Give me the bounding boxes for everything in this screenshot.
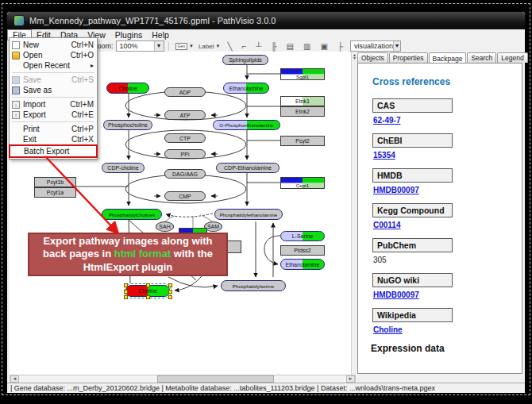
scrollbar-thumb[interactable] [157,375,274,383]
pathway-node-ppi[interactable]: PPi [164,149,206,159]
chevron-down-icon[interactable]: ▼ [216,44,221,48]
node-label: Ptdss2 [281,246,324,255]
node-label: SAH [156,222,173,231]
pathway-node-cept1[interactable]: Cept1 [280,177,325,189]
selection-handle[interactable] [146,283,150,287]
pathway-node-pcyt1b[interactable]: Pcyt1b [34,177,76,187]
pathway-node-phosphatidylcholines[interactable]: Phosphatidylcholines [102,209,162,220]
pathway-node-sphingolipids[interactable]: Sphingolipids [222,55,268,65]
pathway-node-adp[interactable]: ADP [164,87,206,97]
pathway-node-phosphocholine[interactable]: Phosphocholine [103,120,152,130]
xref-value: Choline [373,325,522,334]
node-label: Phosphatidylethanolamine [215,210,282,219]
selection-handle[interactable] [124,295,128,299]
tab-search[interactable]: Search [467,52,496,63]
pathway-node-sah[interactable]: SAH [156,221,174,232]
stack-rows-icon[interactable]: ▤ [287,42,294,51]
selection-handle[interactable] [168,290,172,294]
tab-backpage[interactable]: Backpage [429,52,467,63]
file-menu-item-batch-export[interactable]: Batch Export [10,146,96,156]
align-left-icon[interactable]: ├ [337,42,343,51]
selection-handle[interactable] [168,283,172,287]
pathway-node-sgpl1[interactable]: Sgpl1 [280,68,325,80]
chevron-down-icon[interactable]: ▼ [393,41,400,51]
xref-section-kegg-compound: Kegg CompoundC00114 [372,203,522,229]
pathway-node-etnk2[interactable]: Etnk2 [280,106,325,117]
align-center-x-icon[interactable]: ┴ [256,42,261,51]
pathway-node-dag-aag[interactable]: DAG/AAG [164,169,206,179]
node-label: SAM [205,222,222,231]
node-label: O-Phosphoethanolamine [214,121,279,129]
label-tool-button[interactable]: Label ▼ [199,43,221,50]
line-tool-icon[interactable]: ╲ [227,42,232,51]
chevron-down-icon[interactable]: ▼ [154,41,164,51]
menu-item-label: Open [23,51,66,60]
file-menu-item-save-as[interactable]: Save as [10,85,97,95]
file-menu-item-print[interactable]: PrintCtrl+P [10,124,97,134]
pathway-node-choline-top[interactable]: Choline [106,83,149,94]
selection-handle[interactable] [146,295,150,299]
file-menu-item-import[interactable]: ↓ImportCtrl+M [10,99,97,110]
pathway-node-cdp-choline[interactable]: CDP-choline [102,163,145,173]
pathway-node-ethanolamine[interactable]: Ethanolamine [223,83,269,94]
file-menu-item-open[interactable]: OpenCtrl+O [10,50,97,60]
connector-tool-icon[interactable]: ⌐ [241,42,246,51]
pathway-node-ptdss2[interactable]: Ptdss2 [280,245,325,256]
cross-references-heading: Cross references [372,76,522,87]
pathway-node-atp[interactable]: ATP [164,110,206,120]
visualization-combobox[interactable]: visualization ▼ [350,40,401,52]
menu-item-shortcut: Ctrl+N [71,40,94,49]
xref-link[interactable]: 15354 [373,151,395,160]
stack-columns-icon[interactable]: ▥ [303,42,310,51]
pathway-node-o-phosphoethanolamine[interactable]: O-Phosphoethanolamine [213,120,280,130]
scroll-right-icon[interactable]: ► [346,375,355,383]
window-title: Mm_Kennedy_pathway_WP1771_45176.gpml - P… [29,16,276,25]
file-menu-item-export[interactable]: ↑ExportCtrl+E [10,110,97,120]
selection-handle[interactable] [124,290,128,294]
pathway-node-choline-selected[interactable]: Choline [125,285,170,297]
menubar-item-help[interactable]: Help [147,29,174,40]
tab-objects[interactable]: Objects [357,52,388,63]
xref-database-label: Kegg Compound [372,203,453,217]
pathway-node-phosphatidylserine[interactable]: Phosphatidylserine [221,280,286,291]
pathway-node-cdp-ethanolamine[interactable]: CDP-Ethanolamine [216,163,279,173]
node-label: Sphingolipids [223,56,268,64]
pathway-node-cmp[interactable]: CMP [164,191,206,201]
align-bottom-icon[interactable]: ▣ [320,42,327,51]
pathway-node-etnk1[interactable]: Etnk1 [280,96,325,106]
menubar-item-plugins[interactable]: Plugins [110,29,147,40]
selection-handle[interactable] [124,283,128,287]
tab-properties[interactable]: Properties [389,52,428,63]
xref-link[interactable]: HMDB00097 [373,186,419,194]
pathway-node-ctp[interactable]: CTP [164,133,206,143]
backpage-panel[interactable]: Cross references CAS62-49-7ChEBI15354HMD… [357,63,522,374]
pathway-node-ethanolamine-2[interactable]: Ethanolamine [280,259,325,270]
pathway-node-pcyt2[interactable]: Pcyt2 [280,136,325,146]
tab-legend[interactable]: Legend [497,52,527,63]
chevron-down-icon[interactable]: ▼ [189,44,194,48]
menu-item-label: Import [23,100,65,109]
none-icon [12,62,20,70]
node-label: Phosphocholine [104,121,152,129]
file-menu-item-new[interactable]: NewCtrl+N [10,40,97,50]
align-center-y-icon[interactable]: ╟ [271,42,276,51]
scroll-left-icon[interactable]: ◄ [10,375,19,383]
menu-item-label: New [23,40,66,49]
datanode-tool-button[interactable]: Gen ▼ [175,43,194,50]
pathway-node-pcyt1a[interactable]: Pcyt1a [34,187,76,198]
pathway-node-phosphatidylethanolamine[interactable]: Phosphatidylethanolamine [214,209,283,220]
xref-link[interactable]: 62-49-7 [373,116,400,125]
selection-handle[interactable] [168,295,172,299]
xref-database-label: Wikipedia [372,308,453,322]
import-icon: ↓ [12,101,20,109]
gene-tool-icon: Gen [175,43,187,50]
xref-link[interactable]: C00114 [373,221,400,229]
file-menu-item-exit[interactable]: ExitCtrl+X [10,134,97,144]
pathway-node-l-serine[interactable]: L-Serine [280,231,325,241]
xref-value: 305 [373,256,522,264]
file-menu-item-open-recent[interactable]: Open Recent▸ [10,60,97,71]
xref-link[interactable]: Choline [373,325,403,334]
xref-link[interactable]: HMDB00097 [373,290,419,299]
title-bar[interactable]: Mm_Kennedy_pathway_WP1771_45176.gpml - P… [7,12,525,29]
zoom-combobox[interactable]: 100% ▼ [116,40,164,52]
